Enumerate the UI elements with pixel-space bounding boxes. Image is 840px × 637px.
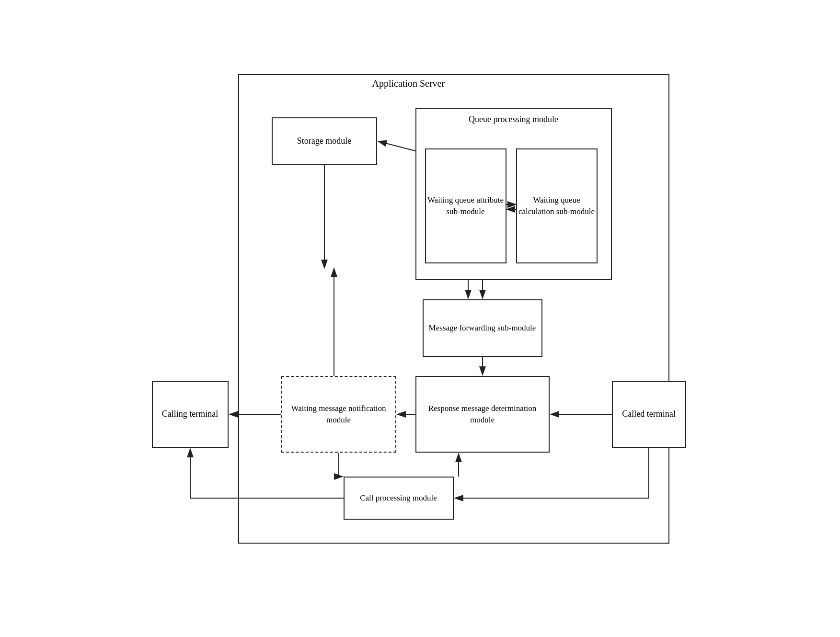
diagram-container: Application Server Storage module Queue … xyxy=(133,55,708,582)
call-processing-label: Call processing module xyxy=(360,492,437,504)
storage-module-box: Storage module xyxy=(272,117,377,165)
waiting-queue-attr-label: Waiting queue attribute sub-module xyxy=(426,194,506,217)
response-message-box: Response message determination module xyxy=(415,376,550,453)
queue-processing-label: Queue processing module xyxy=(469,114,558,125)
storage-module-label: Storage module xyxy=(297,135,351,147)
calling-terminal-box: Calling terminal xyxy=(152,381,229,448)
calling-terminal-label: Calling terminal xyxy=(162,408,218,420)
waiting-queue-calc-label: Waiting queue calculation sub-module xyxy=(517,194,597,217)
message-forwarding-label: Message forwarding sub-module xyxy=(429,322,536,334)
called-terminal-box: Called terminal xyxy=(612,381,686,448)
waiting-message-label: Waiting message notification module xyxy=(282,403,395,426)
response-message-label: Response message determination module xyxy=(416,403,549,426)
waiting-queue-calc-box: Waiting queue calculation sub-module xyxy=(516,148,598,263)
called-terminal-label: Called terminal xyxy=(622,408,675,420)
call-processing-box: Call processing module xyxy=(344,477,454,520)
app-server-label: Application Server xyxy=(372,78,445,89)
waiting-queue-attr-box: Waiting queue attribute sub-module xyxy=(425,148,506,263)
waiting-message-box: Waiting message notification module xyxy=(281,376,396,453)
message-forwarding-box: Message forwarding sub-module xyxy=(423,299,542,357)
